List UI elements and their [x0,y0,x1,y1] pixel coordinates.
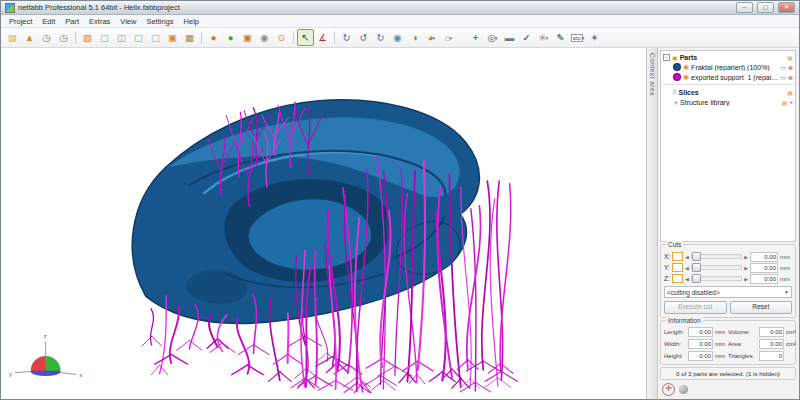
part-label: exported support_1 (repaired) (100%) [691,74,778,81]
menu-edit[interactable]: Edit [37,16,60,27]
part-to-platform-icon[interactable]: ▣ [239,29,256,46]
menu-project[interactable]: Project [4,16,37,27]
cutting-mode-select[interactable]: <cutting disabled> ▼ [664,286,792,298]
zoom-icon[interactable]: ⊙ [273,29,290,46]
tree-item-part[interactable]: ◉exported support_1 (repaired) (100%)▭⊗ [662,72,794,82]
package-icon[interactable]: ▦ [181,29,198,46]
slider-handle[interactable] [692,274,701,283]
sphere-orange-icon[interactable]: ◕▾ [423,29,440,46]
tree-item-slices[interactable]: ≡ Slices ▤ [662,87,794,97]
slider-right-icon[interactable]: ▶ [744,254,748,260]
cut-slider[interactable] [691,265,742,270]
platform-box2-icon[interactable]: ▢ [147,29,164,46]
rotate-left-icon[interactable]: ↺ [355,29,372,46]
slider-right-icon[interactable]: ▶ [744,276,748,282]
slider-right-icon[interactable]: ▶ [744,265,748,271]
compass-icon[interactable]: ✛ [662,383,675,396]
slice-tool-icon[interactable]: ∡ [314,29,331,46]
globe-icon[interactable]: ◉ [389,29,406,46]
collapse-icon[interactable]: − [663,54,670,61]
cut-value-field[interactable]: 0.00 [750,263,778,273]
cut-unit-label: mm [780,254,792,260]
cut-axis-checkbox[interactable] [672,252,683,261]
cut-slider[interactable] [691,276,742,281]
folder-icon[interactable]: ▤ [787,89,793,96]
cut-axis-checkbox[interactable] [672,263,683,272]
repair-part-icon[interactable]: ● [205,29,222,46]
title-bar[interactable]: netfabb Professional 5.1 64bit - Helix.f… [1,1,799,15]
new-platform-icon[interactable]: ▢ [96,29,113,46]
cut-value-field[interactable]: 0.00 [750,274,778,284]
recent-projects-icon[interactable]: ◷ [38,29,55,46]
slider-left-icon[interactable]: ◀ [685,276,689,282]
sphere-icon[interactable] [679,385,688,394]
structure-icon[interactable]: ✳▾ [535,29,552,46]
wand-icon[interactable]: ✶ [586,29,603,46]
menu-bar: ProjectEditPartExtrasViewSettingsHelp [1,15,799,28]
label-icon[interactable]: abc▾ [569,29,586,46]
rotate-view-icon[interactable]: ↻ [338,29,355,46]
rotate-timed-icon[interactable]: ↻ [372,29,389,46]
info-unit: cm² [786,341,799,347]
parts-tree: − ▣ Parts ▤ ◉Fraktal (repariert) (100%)▭… [660,50,796,242]
cut-axis-checkbox[interactable] [672,274,683,283]
snapshot-icon[interactable]: ⌂▾ [440,29,457,46]
select-tool-icon[interactable]: ↖ [297,29,314,46]
axis-z-label: z [44,333,47,339]
add-structure-icon[interactable]: + [789,99,793,105]
visibility-eye-icon[interactable]: ◉ [683,73,689,81]
folder-icon[interactable]: ▤ [787,54,793,61]
ear-model[interactable] [132,100,479,324]
new-project-icon[interactable]: ▤ [4,29,21,46]
menu-extras[interactable]: Extras [84,16,115,27]
tree-item-part[interactable]: ◉Fraktal (repariert) (100%)▭⊗ [662,62,794,72]
platform-box-icon[interactable]: ▢ [130,29,147,46]
parts-folder-icon: ▣ [672,54,678,61]
add-part-icon[interactable]: ▧ [79,29,96,46]
close-button[interactable]: ✕ [778,2,795,13]
context-area-tab[interactable]: Context area [646,48,658,399]
remove-part-icon[interactable]: ⊗ [788,74,793,81]
execute-cut-button[interactable]: Execute cut [664,301,727,314]
netfabb-window: netfabb Professional 5.1 64bit - Helix.f… [0,0,800,400]
menu-part[interactable]: Part [60,16,84,27]
remove-part-icon[interactable]: ◉ [256,29,273,46]
minimize-button[interactable]: ─ [736,2,753,13]
pen-icon[interactable]: ✎ [552,29,569,46]
open-project-icon[interactable]: ▲ [21,29,38,46]
model-canvas[interactable]: z x y [1,48,646,399]
context-area-tab-label: Context area [649,48,656,399]
slider-left-icon[interactable]: ◀ [685,265,689,271]
cut-value-field[interactable]: 0.00 [750,252,778,262]
side-panel: − ▣ Parts ▤ ◉Fraktal (repariert) (100%)▭… [658,48,799,399]
menu-settings[interactable]: Settings [141,16,178,27]
automatic-repair-icon[interactable]: ● [222,29,239,46]
part-color-dot [673,73,681,81]
add-icon[interactable]: + [467,29,484,46]
slider-left-icon[interactable]: ◀ [685,254,689,260]
autosave-icon[interactable]: ◷ [55,29,72,46]
remove-part-icon[interactable]: ⊗ [788,64,793,71]
info-value-field: 0.00 [688,339,713,349]
camera-settings-icon[interactable]: ◎▾ [484,29,501,46]
menu-help[interactable]: Help [179,16,204,27]
parts-tree-header[interactable]: − ▣ Parts ▤ [662,52,794,62]
filled-box-icon[interactable]: ▣ [164,29,181,46]
visibility-eye-icon[interactable]: ◉ [683,63,689,71]
validate-icon[interactable]: ✓ [518,29,535,46]
measure-line-icon[interactable]: ▬ [501,29,518,46]
window-title: netfabb Professional 5.1 64bit - Helix.f… [18,3,732,12]
part-label: Fraktal (repariert) (100%) [691,64,778,71]
info-value-field: 0 [759,351,784,361]
platform-left-icon[interactable]: ◫ [113,29,130,46]
tree-item-structure-library[interactable]: ✳ Structure library ▤ + [662,97,794,107]
menu-view[interactable]: View [115,16,141,27]
viewport-3d[interactable]: z x y [1,48,646,399]
reset-button[interactable]: Reset [730,301,793,314]
slider-handle[interactable] [692,252,701,261]
slider-handle[interactable] [692,263,701,272]
folder-icon[interactable]: ▤ [782,99,788,106]
maximize-button[interactable]: ▢ [757,2,774,13]
sphere-red-green-icon[interactable]: ◑ [406,29,423,46]
cut-slider[interactable] [691,254,742,259]
